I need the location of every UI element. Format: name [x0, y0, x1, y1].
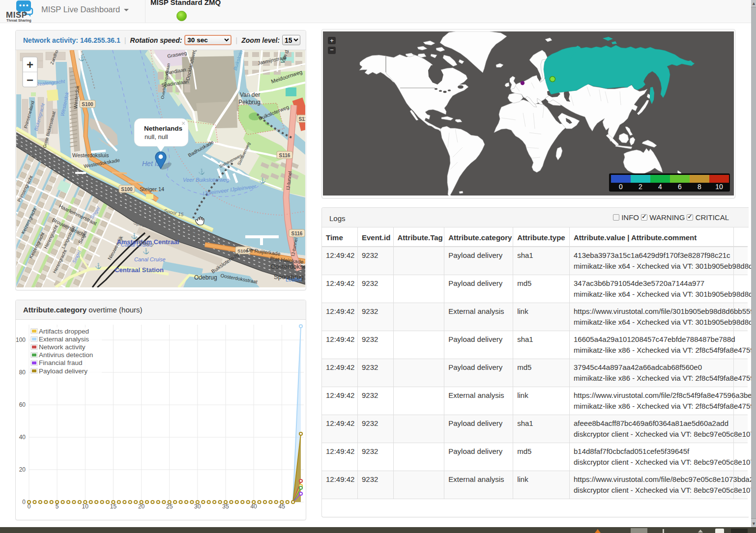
svg-text:10: 10: [82, 503, 89, 510]
svg-text:⚓: ⚓: [78, 55, 85, 61]
svg-text:45: 45: [279, 503, 286, 510]
svg-text:Oosterdokse: Oosterdokse: [270, 263, 305, 270]
svg-text:Canal Cruise: Canal Cruise: [134, 256, 166, 262]
svg-text:Centraal Station: Centraal Station: [115, 266, 164, 274]
svg-text:⚓: ⚓: [259, 177, 266, 184]
svg-text:100: 100: [16, 337, 26, 343]
svg-text:25: 25: [166, 503, 173, 510]
svg-text:+: +: [27, 58, 33, 71]
svg-text:×: ×: [181, 119, 185, 127]
svg-text:⚓: ⚓: [198, 168, 205, 175]
svg-text:Pekbrug: Pekbrug: [238, 99, 261, 106]
svg-text:Veer Buiksloterweg: Veer Buiksloterweg: [183, 177, 230, 183]
svg-text:30: 30: [194, 503, 201, 510]
svg-text:Van der: Van der: [240, 91, 260, 98]
svg-text:10: 10: [715, 183, 723, 191]
svg-text:Leaflet: Leaflet: [286, 277, 302, 282]
svg-text:External analysis: External analysis: [39, 336, 89, 343]
svg-text:⚓: ⚓: [95, 262, 102, 269]
svg-text:Threat Sharing: Threat Sharing: [6, 18, 31, 23]
svg-text:8: 8: [698, 183, 701, 191]
svg-text:Westerdoksluis: Westerdoksluis: [72, 152, 109, 158]
svg-text:S100: S100: [82, 102, 93, 107]
svg-text:80: 80: [19, 369, 26, 376]
svg-text:60: 60: [19, 401, 26, 408]
svg-text:+: +: [330, 37, 334, 44]
svg-text:Odebrug: Odebrug: [194, 274, 217, 281]
svg-text:Financial fraud: Financial fraud: [39, 359, 83, 366]
svg-text:Network activity: Network activity: [39, 343, 86, 351]
svg-text:20: 20: [138, 503, 145, 510]
svg-text:4: 4: [658, 183, 662, 191]
svg-text:0: 0: [28, 503, 31, 510]
svg-text:15: 15: [110, 503, 117, 510]
svg-text:Steiger 14: Steiger 14: [140, 186, 164, 192]
svg-text:null, null: null, null: [145, 133, 168, 140]
svg-text:6: 6: [678, 183, 682, 191]
svg-text:S11: S11: [298, 116, 305, 122]
svg-text:20: 20: [19, 466, 26, 473]
svg-text:Artifacts dropped: Artifacts dropped: [39, 328, 89, 335]
svg-text:S100: S100: [121, 187, 133, 192]
svg-text:S116: S116: [279, 153, 291, 158]
svg-text:40: 40: [19, 434, 26, 441]
svg-text:−: −: [330, 46, 334, 54]
svg-text:−: −: [27, 73, 33, 86]
svg-text:Payload delivery: Payload delivery: [39, 367, 87, 375]
svg-text:40: 40: [250, 503, 257, 510]
svg-text:35: 35: [222, 503, 229, 510]
svg-text:⚓: ⚓: [143, 248, 149, 254]
svg-text:0: 0: [22, 499, 26, 505]
svg-text:0: 0: [619, 183, 623, 191]
svg-text:S116: S116: [291, 231, 303, 236]
svg-text:Netherlands: Netherlands: [144, 125, 182, 132]
svg-text:2: 2: [639, 183, 642, 191]
svg-text:5: 5: [56, 503, 59, 510]
svg-text:Antivirus detection: Antivirus detection: [39, 351, 93, 359]
